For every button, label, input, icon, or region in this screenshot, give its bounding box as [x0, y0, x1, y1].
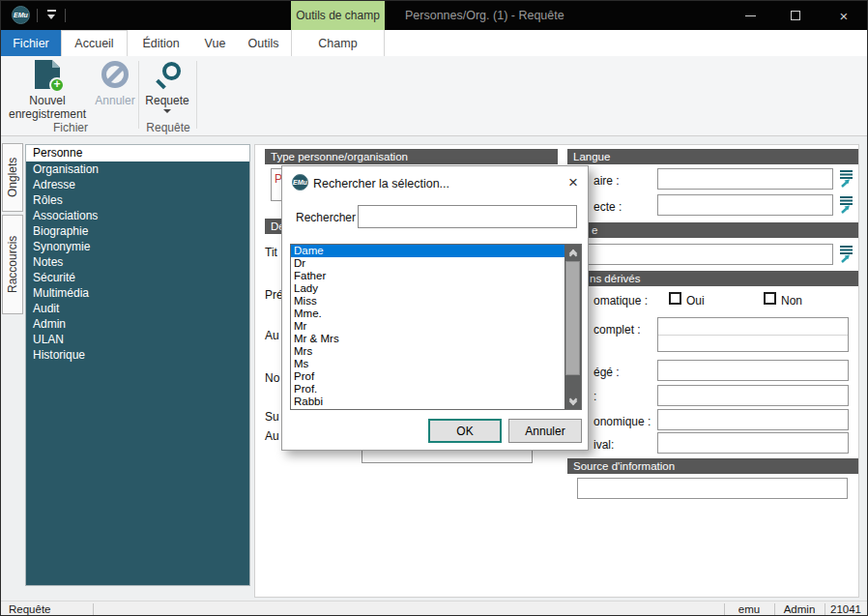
list-item[interactable]: Mme. [291, 308, 564, 320]
list-item[interactable]: Rabbi [291, 396, 564, 408]
tab-vue[interactable]: Vue [194, 30, 236, 56]
side-tab-raccourcis[interactable]: Raccourcis [2, 215, 23, 314]
sidebar-item-ulan[interactable]: ULAN [26, 332, 249, 347]
sidebar-item-synonymie[interactable]: Synonymie [26, 239, 249, 254]
search-label: Rechercher : [296, 211, 362, 224]
ival-field[interactable] [657, 432, 849, 454]
label-autre: Au [265, 329, 279, 342]
ribbon-tab-row: Fichier Accueil Édition Vue Outils Champ… [1, 30, 868, 56]
window-title: Personnes/Org. (1) - Requête [405, 1, 564, 30]
dialecte-field[interactable] [657, 194, 833, 216]
list-item[interactable]: Ms [291, 358, 564, 370]
list-item[interactable]: Mr [291, 320, 564, 333]
ribbon-group-fichier: Fichier [3, 121, 138, 134]
label-ival: ival: [593, 438, 614, 452]
list-item[interactable]: Lady [291, 282, 564, 295]
sidebar-item-securite[interactable]: Sécurité [26, 270, 249, 285]
dialog-close-icon[interactable]: × [563, 172, 584, 193]
tab-edition[interactable]: Édition [128, 30, 194, 56]
contextual-tab-group-header[interactable]: Outils de champ [291, 1, 385, 30]
source-field[interactable] [577, 478, 848, 499]
status-mode: Requête [9, 602, 50, 616]
title-bar: EMu Outils de champ Personnes/Org. (1) -… [1, 1, 868, 30]
section-header-langue: Langue [567, 149, 858, 164]
list-item[interactable]: Mrs [291, 345, 564, 358]
ribbon: + Nouvel enregistrement Annuler Requete … [1, 56, 868, 136]
label-nom-abrege: égé : [593, 366, 620, 379]
nom-complet-field[interactable] [657, 317, 849, 352]
sidebar-item-notes[interactable]: Notes [26, 254, 249, 270]
cancel-button[interactable]: Annuler [92, 58, 138, 107]
cancel-label: Annuler [92, 94, 138, 107]
dropdown-arrow-icon [163, 109, 171, 113]
list-item[interactable]: Miss [291, 295, 564, 308]
query-label: Requete [140, 94, 194, 107]
label-suffixe: Su [265, 410, 279, 424]
label-nom-complet: complet : [593, 323, 641, 337]
titlebar-separator [37, 9, 38, 22]
minimize-button[interactable] [728, 1, 772, 30]
search-input[interactable] [358, 205, 577, 228]
sidebar-item-multimedia[interactable]: Multimédia [26, 285, 249, 301]
scrollbar-thumb[interactable] [565, 261, 580, 375]
scroll-down-icon[interactable] [564, 395, 581, 409]
label-autres: Au [265, 429, 279, 443]
query-button[interactable]: Requete [140, 58, 194, 113]
quick-access-dropdown-icon[interactable] [45, 10, 59, 21]
sidebar-item-roles[interactable]: Rôles [26, 192, 249, 208]
close-button[interactable]: × [819, 1, 868, 30]
list-item[interactable]: Mr & Mrs [291, 333, 564, 345]
selection-list: Dame Dr Father Lady Miss Mme. Mr Mr & Mr… [290, 244, 582, 410]
group-separator [196, 61, 197, 129]
section-header-type: Type personne/organisation [265, 149, 558, 164]
checkbox-non[interactable] [764, 292, 776, 305]
list-scrollbar[interactable] [564, 245, 581, 409]
new-record-button[interactable]: + Nouvel enregistrement [3, 58, 92, 121]
label-primaire: aire : [593, 174, 620, 188]
tab-champ[interactable]: Champ [291, 30, 385, 56]
sidebar-item-biographie[interactable]: Biographie [26, 223, 249, 239]
hidden-section-field[interactable] [584, 244, 833, 265]
nom-abrege-field[interactable] [657, 360, 849, 381]
sidebar-item-adresse[interactable]: Adresse [26, 177, 249, 192]
maximize-button[interactable] [772, 1, 819, 30]
sidebar-item-admin[interactable]: Admin [26, 316, 249, 332]
list-item[interactable]: Dr [291, 257, 564, 270]
tab-outils[interactable]: Outils [236, 30, 291, 56]
sidebar-item-audit[interactable]: Audit [26, 301, 249, 316]
side-tab-onglets[interactable]: Onglets [2, 143, 23, 212]
lookup-list-icon[interactable] [839, 195, 854, 214]
sidebar-item-organisation[interactable]: Organisation [26, 161, 249, 177]
status-user: emu [724, 602, 774, 616]
label-non: Non [781, 294, 802, 308]
list-item[interactable]: Prof. [291, 383, 564, 396]
lookup-list-icon[interactable] [839, 169, 854, 188]
onomique-field[interactable] [657, 409, 849, 430]
sidebar-item-personne[interactable]: Personne [26, 145, 249, 161]
label-trie: : [593, 390, 596, 403]
lookup-list-icon[interactable] [839, 245, 854, 263]
scroll-up-icon[interactable] [564, 245, 581, 259]
sidebar-item-associations[interactable]: Associations [26, 208, 249, 223]
label-dialecte: ecte : [593, 200, 622, 214]
section-header-hidden: e [574, 222, 858, 238]
dialog-cancel-button[interactable]: Annuler [508, 419, 582, 443]
list-item-selected[interactable]: Dame [291, 245, 564, 257]
sidebar-item-historique[interactable]: Historique [26, 347, 249, 363]
app-window: EMu Outils de champ Personnes/Org. (1) -… [0, 0, 868, 616]
tab-accueil[interactable]: Accueil [61, 30, 128, 56]
label-nom: No [265, 371, 279, 385]
primaire-field[interactable] [657, 168, 833, 190]
trie-field[interactable] [657, 385, 849, 406]
dialog-emu-icon: EMu [292, 174, 308, 191]
ok-button[interactable]: OK [428, 419, 502, 443]
checkbox-oui[interactable] [669, 292, 681, 305]
status-separator [93, 603, 94, 615]
search-selection-dialog: EMu Rechercher la sélection... × Recherc… [281, 165, 589, 451]
label-onomique: onomique : [593, 415, 651, 428]
tab-fichier[interactable]: Fichier [1, 30, 61, 56]
list-item[interactable]: Father [291, 270, 564, 282]
emu-logo-icon[interactable]: EMu [12, 6, 30, 24]
label-prenom: Pré [265, 288, 283, 302]
list-item[interactable]: Prof [291, 370, 564, 383]
